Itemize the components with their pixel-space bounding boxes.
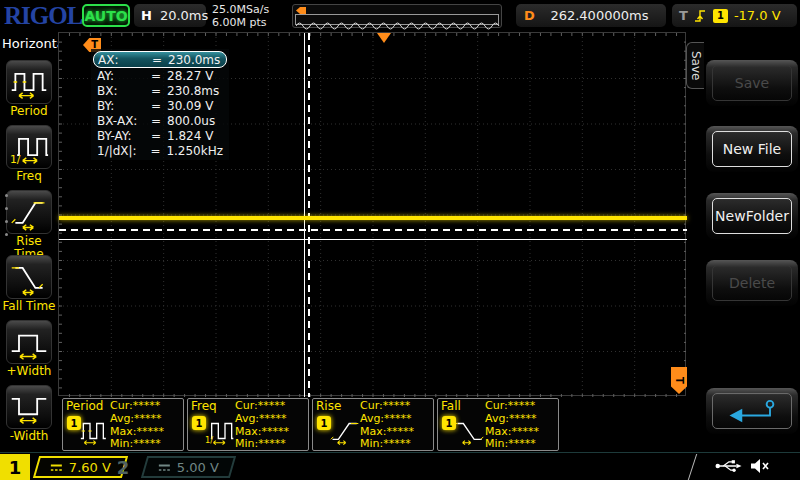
- measure-panel-rise[interactable]: Rise 1 Cur:***** Avg:***** Max:***** Min…: [312, 398, 434, 451]
- channel-badge: 1: [67, 416, 81, 430]
- menu-tab-save: Save: [686, 42, 704, 89]
- trigger-position-marker-icon[interactable]: [377, 33, 391, 43]
- new-folder-button[interactable]: NewFolder: [706, 193, 798, 239]
- freq-icon: 1/: [8, 127, 50, 167]
- memory-depth: 6.00M pts: [212, 16, 269, 29]
- cursor-b-vertical-line[interactable]: [308, 33, 310, 397]
- cursor-a-horizontal-line[interactable]: [59, 239, 687, 240]
- menu-item-label: -Width: [0, 430, 58, 443]
- delete-button[interactable]: Delete: [706, 260, 798, 306]
- channel1-trace: [59, 216, 687, 220]
- sample-rate: 25.0MSa/s: [212, 3, 269, 16]
- waveform-preview[interactable]: [292, 4, 502, 28]
- preview-waveform-icon: [296, 19, 500, 30]
- measure-panel-freq[interactable]: Freq 1 1/ Cur:***** Avg:***** Max:***** …: [187, 398, 309, 451]
- cursor-row-bx: BX:=230.8ms: [93, 83, 227, 98]
- speaker-muted-icon: [750, 458, 770, 474]
- period-key[interactable]: [6, 60, 52, 104]
- left-menu-horizontal: Horizontal Period 1/ Freq: [0, 32, 58, 452]
- preview-trigger-icon: [296, 7, 306, 14]
- rise-time-icon: [8, 192, 50, 232]
- menu-item-label: Freq: [0, 170, 58, 183]
- channel2-tab[interactable]: 2 5.00 V: [108, 454, 233, 480]
- acquisition-info: 25.0MSa/s 6.00M pts: [212, 3, 269, 29]
- measure-stats: Cur:***** Avg:***** Max:***** Min:*****: [110, 400, 164, 451]
- oscilloscope-screen: RIGOL AUTO H 20.0ms 25.0MSa/s 6.00M pts …: [0, 0, 800, 480]
- cursor-row-bx-ax: BX-AX:=800.0us: [93, 113, 227, 128]
- horizontal-scale-value: 20.0ms: [160, 8, 208, 23]
- cursor-row-by: BY:=30.09 V: [93, 98, 227, 113]
- measure-stats: Cur:***** Avg:***** Max:***** Min:*****: [485, 400, 539, 451]
- cursor-a-vertical-line[interactable]: [304, 33, 305, 397]
- new-file-button[interactable]: New File: [706, 126, 798, 172]
- horizontal-scale-box: H 20.0ms: [134, 4, 206, 27]
- graticule-display: T T AX:=230.0ms AY:=28.27 V BX:=230.8ms …: [58, 32, 686, 396]
- measure-stats: Cur:***** Avg:***** Max:***** Min:*****: [235, 400, 289, 451]
- period-icon: [80, 414, 110, 448]
- usb-icon: [714, 458, 742, 474]
- svg-text:1/: 1/: [205, 435, 213, 445]
- minus-width-icon: [8, 387, 50, 427]
- rising-edge-icon: [694, 8, 707, 23]
- menu-item-label: +Width: [0, 365, 58, 378]
- cursor-b-horizontal-line[interactable]: [59, 229, 687, 231]
- fall-time-key[interactable]: [6, 255, 52, 299]
- menu-item-freq[interactable]: 1/ Freq: [0, 125, 58, 183]
- trigger-label: T: [679, 8, 688, 23]
- trigger-source-badge: 1: [713, 9, 728, 23]
- trigger-info-box: T 1 -17.0 V: [672, 4, 797, 27]
- measure-panel-fall[interactable]: Fall 1 Cur:***** Avg:***** Max:***** Min…: [437, 398, 559, 451]
- measure-panel-period[interactable]: Period 1 Cur:***** Avg:***** Max:***** M…: [62, 398, 184, 451]
- channel1-tab[interactable]: 1 7.60 V: [0, 454, 125, 480]
- channel-status-bar: 1 7.60 V 2 5.00 V: [0, 452, 800, 480]
- rise-icon: [330, 414, 360, 448]
- channel-badge: 1: [192, 416, 206, 430]
- save-menu: Save Save New File NewFolder Delete: [686, 32, 800, 452]
- cursor-row-by-ay: BY-AY:=1.824 V: [93, 128, 227, 143]
- cursor-row-inverse-dx: 1/|dX|:=1.250kHz: [93, 143, 227, 158]
- channel1-number: 1: [0, 454, 30, 480]
- measure-stats: Cur:***** Avg:***** Max:***** Min:*****: [360, 400, 414, 451]
- menu-scroll-indicator: [5, 194, 8, 246]
- back-button[interactable]: [706, 388, 798, 434]
- menu-item-fall-time[interactable]: Fall Time: [0, 255, 58, 313]
- svg-text:1/: 1/: [10, 153, 21, 166]
- channel2-scale-box: 5.00 V: [141, 456, 236, 478]
- plus-width-key[interactable]: [6, 320, 52, 364]
- plus-width-icon: [8, 322, 50, 362]
- horizontal-label: H: [141, 8, 152, 23]
- cursor-readout-panel: AX:=230.0ms AY:=28.27 V BX:=230.8ms BY:=…: [91, 49, 229, 160]
- status-icons: [714, 458, 770, 474]
- channel2-number: 2: [108, 454, 138, 480]
- rigol-logo: RIGOL: [4, 2, 82, 30]
- fall-icon: [455, 414, 485, 448]
- fall-time-icon: [8, 257, 50, 297]
- dc-coupling-icon: [50, 462, 63, 472]
- menu-item-minus-width[interactable]: -Width: [0, 385, 58, 443]
- menu-item-label: Fall Time: [0, 300, 58, 313]
- menu-item-label: Period: [0, 105, 58, 118]
- freq-icon: 1/: [205, 414, 235, 448]
- save-button[interactable]: Save: [706, 60, 798, 106]
- minus-width-key[interactable]: [6, 385, 52, 429]
- measurement-strip: Period 1 Cur:***** Avg:***** Max:***** M…: [58, 398, 686, 452]
- menu-item-plus-width[interactable]: +Width: [0, 320, 58, 378]
- channel2-scale: 5.00 V: [177, 460, 219, 475]
- channel-badge: 1: [442, 416, 456, 430]
- delay-label: D: [524, 8, 535, 23]
- menu-item-rise-time[interactable]: Rise Time: [0, 190, 58, 261]
- channel1-scale: 7.60 V: [69, 460, 111, 475]
- status-bar-divider: [688, 454, 697, 480]
- run-status-badge: AUTO: [82, 4, 130, 27]
- top-status-bar: RIGOL AUTO H 20.0ms 25.0MSa/s 6.00M pts …: [0, 0, 800, 32]
- menu-item-period[interactable]: Period: [0, 60, 58, 118]
- preview-window: [295, 14, 499, 25]
- cursor-row-ay: AY:=28.27 V: [93, 68, 227, 83]
- cursor-row-ax[interactable]: AX:=230.0ms: [93, 51, 227, 68]
- trigger-level-value: -17.0 V: [734, 8, 781, 23]
- freq-key[interactable]: 1/: [6, 125, 52, 169]
- return-arrow-icon: [722, 398, 782, 424]
- dc-coupling-icon: [158, 462, 171, 472]
- trigger-delay-box: D 262.400000ms: [516, 4, 666, 27]
- rise-time-key[interactable]: [6, 190, 52, 234]
